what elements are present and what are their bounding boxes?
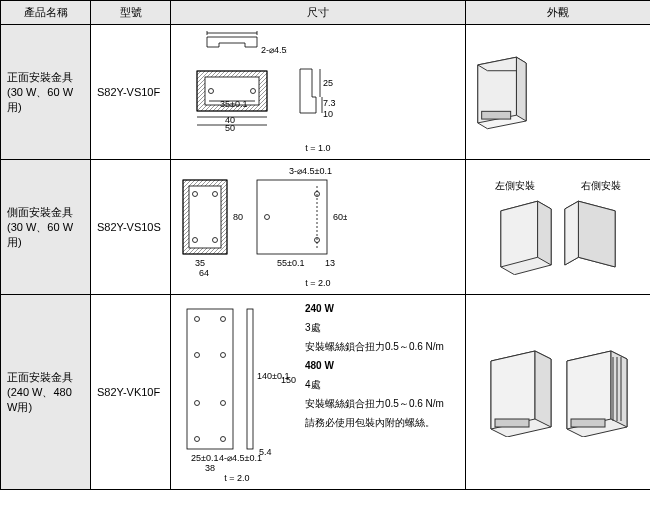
svg-text:13: 13	[325, 258, 335, 268]
svg-text:35±0.1: 35±0.1	[220, 99, 247, 109]
model-cell: S82Y-VS10S	[91, 160, 171, 295]
model-cell: S82Y-VK10F	[91, 295, 171, 490]
header-model: 型號	[91, 1, 171, 25]
product-image	[561, 347, 631, 437]
header-dimensions: 尺寸	[171, 1, 466, 25]
thickness-label: t = 2.0	[177, 278, 459, 288]
exterior-label-left: 左側安裝	[495, 179, 535, 193]
svg-text:64: 64	[199, 268, 209, 276]
product-image-right	[561, 197, 619, 275]
exterior-cell: 左側安裝 右側安裝	[466, 160, 651, 295]
svg-text:35: 35	[195, 258, 205, 268]
svg-rect-21	[482, 111, 511, 119]
svg-text:2-⌀4.5±0.1: 2-⌀4.5±0.1	[261, 45, 287, 55]
svg-text:150: 150	[281, 375, 296, 385]
svg-text:3-⌀4.5±0.1: 3-⌀4.5±0.1	[289, 166, 332, 176]
dimension-cell: 140±0.1 150 25±0.1 4-⌀4.5±0.1 38 5.4 t =…	[171, 295, 466, 490]
header-name: 產品名稱	[1, 1, 91, 25]
svg-point-8	[209, 89, 214, 94]
svg-text:60±0.1: 60±0.1	[333, 212, 347, 222]
svg-rect-61	[571, 419, 605, 427]
technical-drawing: 3-⌀4.5±0.1 80 35 64	[177, 166, 347, 276]
product-name-cell: 正面安裝金具 (30 W、60 W用)	[1, 25, 91, 160]
model-number: S82Y-VK10F	[97, 386, 160, 398]
spec-table: 產品名稱 型號 尺寸 外觀 正面安裝金具 (30 W、60 W用) S82Y-V…	[0, 0, 650, 490]
svg-text:41: 41	[224, 31, 234, 32]
model-number: S82Y-VS10S	[97, 221, 161, 233]
svg-text:50: 50	[225, 123, 235, 133]
svg-text:4-⌀4.5±0.1: 4-⌀4.5±0.1	[219, 453, 262, 463]
header-row: 產品名稱 型號 尺寸 外觀	[1, 1, 651, 25]
product-image	[472, 53, 530, 131]
svg-rect-50	[247, 309, 253, 449]
product-name: 正面安裝金具	[7, 371, 73, 383]
product-name-sub: (240 W、480 W用)	[7, 386, 72, 413]
thickness-label: t = 2.0	[177, 473, 297, 483]
exterior-cell	[466, 295, 651, 490]
thickness-label: t = 1.0	[177, 143, 459, 153]
svg-text:25±0.1: 25±0.1	[191, 453, 218, 463]
installation-notes: 240 W 3處 安裝螺絲鎖合扭力0.5～0.6 N/m 480 W 4處 安裝…	[305, 301, 444, 434]
product-name-cell: 側面安裝金具 (30 W、60 W用)	[1, 160, 91, 295]
svg-rect-33	[257, 180, 327, 254]
product-name-sub: (30 W、60 W用)	[7, 86, 73, 113]
product-name: 正面安裝金具	[7, 71, 73, 83]
exterior-cell	[466, 25, 651, 160]
svg-rect-57	[495, 419, 529, 427]
svg-rect-25	[189, 186, 221, 248]
header-exterior: 外觀	[466, 1, 651, 25]
dimension-cell: 3-⌀4.5±0.1 80 35 64	[171, 160, 466, 295]
table-row: 正面安裝金具 (240 W、480 W用) S82Y-VK10F	[1, 295, 651, 490]
product-name-sub: (30 W、60 W用)	[7, 221, 73, 248]
svg-rect-41	[187, 309, 233, 449]
svg-text:55±0.1: 55±0.1	[277, 258, 304, 268]
product-name-cell: 正面安裝金具 (240 W、480 W用)	[1, 295, 91, 490]
model-cell: S82Y-VS10F	[91, 25, 171, 160]
product-image-left	[497, 197, 555, 275]
dimension-cell: 41 2-⌀4.5±0.1	[171, 25, 466, 160]
svg-text:80: 80	[233, 212, 243, 222]
table-row: 正面安裝金具 (30 W、60 W用) S82Y-VS10F	[1, 25, 651, 160]
svg-text:38: 38	[205, 463, 215, 471]
svg-text:25: 25	[323, 78, 333, 88]
product-name: 側面安裝金具	[7, 206, 73, 218]
svg-text:7.3: 7.3	[323, 98, 336, 108]
svg-point-9	[251, 89, 256, 94]
svg-text:5.4: 5.4	[259, 447, 272, 457]
product-image	[485, 347, 555, 437]
svg-text:10: 10	[323, 109, 333, 119]
exterior-label-right: 右側安裝	[581, 179, 621, 193]
technical-drawing-side: 25 7.3 10	[295, 31, 345, 141]
technical-drawing: 41 2-⌀4.5±0.1	[177, 31, 287, 141]
technical-drawing: 140±0.1 150 25±0.1 4-⌀4.5±0.1 38 5.4 t =…	[177, 301, 297, 483]
table-row: 側面安裝金具 (30 W、60 W用) S82Y-VS10S 3-⌀4.5±0.…	[1, 160, 651, 295]
model-number: S82Y-VS10F	[97, 86, 160, 98]
